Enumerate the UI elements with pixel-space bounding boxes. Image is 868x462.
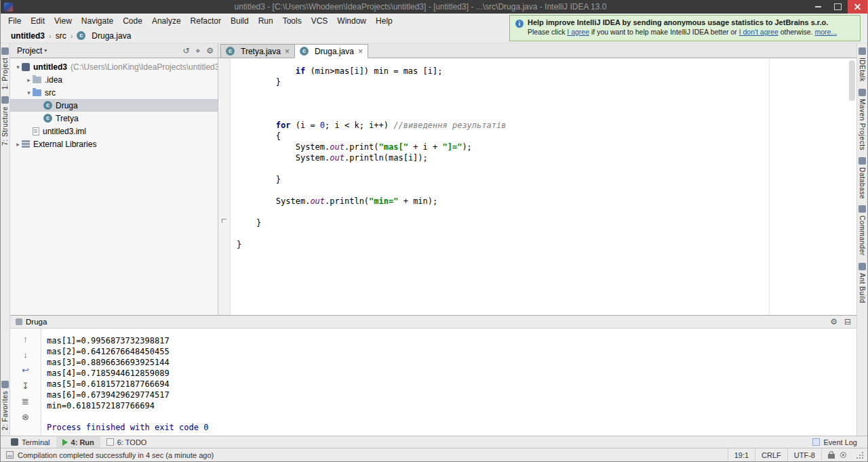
tree-item-idea[interactable]: ▸.idea bbox=[10, 73, 218, 86]
scroll-end-icon[interactable]: ↧ bbox=[18, 379, 33, 392]
encoding-indicator[interactable]: UTF-8 bbox=[787, 448, 821, 461]
menu-item-window[interactable]: Window bbox=[332, 14, 371, 28]
menu-item-build[interactable]: Build bbox=[226, 14, 254, 28]
caret-position[interactable]: 19:1 bbox=[728, 448, 755, 461]
expander-icon[interactable]: ▸ bbox=[25, 77, 33, 83]
menu-item-vcs[interactable]: VCS bbox=[307, 14, 333, 28]
menu-item-refactor[interactable]: Refactor bbox=[186, 14, 226, 28]
code-lines: if (min>mas[i]) min = mas [i]; } for (i … bbox=[218, 58, 848, 315]
console-toolbar: ↑↓↩↧≣⊗ bbox=[10, 329, 41, 436]
project-tree[interactable]: ▾untitled3(C:\Users\LionKing\IdeaProject… bbox=[10, 58, 218, 315]
window-controls bbox=[808, 0, 867, 14]
more-link[interactable]: more... bbox=[814, 28, 837, 36]
breadcrumb-item-untitled3[interactable]: untitled3 bbox=[9, 30, 47, 41]
tool-button-commander[interactable]: Commander bbox=[859, 205, 866, 256]
tool-tab-event-log[interactable]: Event Log bbox=[806, 436, 863, 448]
folder-icon bbox=[33, 77, 41, 83]
menu-item-file[interactable]: File bbox=[3, 14, 26, 28]
tab-druga-java[interactable]: Druga.java× bbox=[294, 44, 368, 58]
tool-button-1-project[interactable]: 1: Project bbox=[1, 47, 9, 89]
close-icon[interactable]: × bbox=[358, 47, 363, 56]
titlebar[interactable]: untitled3 - [C:\Users\Whodeen\IdeaProjec… bbox=[1, 0, 867, 14]
disagree-link[interactable]: I don't agree bbox=[739, 28, 778, 36]
panel-header-row: Project▾ ↺⌖⚙ Tretya.java×Druga.java× bbox=[10, 43, 856, 58]
minimize-button[interactable] bbox=[808, 0, 828, 14]
tree-item-untitled3[interactable]: ▾untitled3(C:\Users\LionKing\IdeaProject… bbox=[10, 60, 218, 73]
nav-up-icon[interactable]: ↑ bbox=[18, 332, 33, 345]
tool-button-2-favorites[interactable]: 2: Favorites bbox=[1, 381, 9, 430]
tool-button-database[interactable]: Database bbox=[859, 157, 866, 199]
menu-item-run[interactable]: Run bbox=[254, 14, 278, 28]
expander-icon[interactable]: ▸ bbox=[14, 141, 22, 148]
soft-wrap-icon[interactable]: ↩ bbox=[18, 363, 33, 377]
menu-item-analyze[interactable]: Analyze bbox=[147, 14, 186, 28]
run-tab-title[interactable]: Druga bbox=[26, 318, 47, 326]
tool-button-idetalk[interactable]: IDEtalk bbox=[859, 47, 866, 82]
locate-icon[interactable]: ⌖ bbox=[195, 47, 200, 55]
tool-button-maven-projects[interactable]: Maven Projects bbox=[859, 89, 866, 150]
resize-grip[interactable] bbox=[855, 450, 865, 460]
breadcrumb-item-src[interactable]: src bbox=[54, 30, 68, 41]
breadcrumb-separator-icon: › bbox=[47, 32, 54, 40]
editor[interactable]: if (min>mas[i]) min = mas [i]; } for (i … bbox=[218, 58, 856, 315]
close-icon[interactable]: × bbox=[285, 47, 290, 56]
editor-scrollbar[interactable] bbox=[848, 58, 856, 315]
console-line: mas[1]=0.9956873732398817 bbox=[47, 335, 856, 346]
sync-icon[interactable]: ↺ bbox=[182, 47, 189, 55]
console-output[interactable]: mas[1]=0.9956873732398817mas[2]=0.641267… bbox=[41, 329, 856, 436]
line-separator-indicator[interactable]: CRLF bbox=[755, 448, 787, 461]
status-message: Compilation completed successfully in 4 … bbox=[18, 451, 214, 459]
center-column: Project▾ ↺⌖⚙ Tretya.java×Druga.java× ▾un… bbox=[10, 43, 856, 436]
print-icon[interactable]: ≣ bbox=[18, 394, 33, 408]
run-config-icon bbox=[16, 318, 22, 325]
tool-tab-6-todo[interactable]: 6: TODO bbox=[100, 436, 153, 448]
menu-item-tools[interactable]: Tools bbox=[278, 14, 307, 28]
hide-panel-icon[interactable]: ⊟ bbox=[844, 318, 851, 326]
menu-item-navigate[interactable]: Navigate bbox=[77, 14, 118, 28]
menu-item-code[interactable]: Code bbox=[118, 14, 147, 28]
hector-icon[interactable] bbox=[840, 452, 846, 458]
database-icon bbox=[859, 157, 866, 165]
run-panel: Druga ⚙⊟ ↑↓↩↧≣⊗ mas[1]=0.995687373239881… bbox=[10, 315, 856, 436]
event-log-icon bbox=[812, 438, 820, 446]
status-right: 19:1 CRLF UTF-8 bbox=[728, 448, 865, 461]
close-button[interactable] bbox=[848, 0, 867, 14]
2-favorites-icon bbox=[1, 381, 9, 388]
right-tool-stripe: IDEtalkMaven ProjectsDatabaseCommanderAn… bbox=[856, 43, 867, 436]
tree-item-tretya[interactable]: Tretya bbox=[10, 112, 218, 125]
console-line: mas[3]=0.8896636693925144 bbox=[47, 357, 856, 368]
tool-window-bar: Terminal4: Run6: TODO Event Log bbox=[1, 436, 867, 448]
bottom-left-tabs: Terminal4: Run6: TODO bbox=[5, 436, 153, 448]
maximize-button[interactable] bbox=[828, 0, 848, 14]
tab-tretya-java[interactable]: Tretya.java× bbox=[220, 44, 295, 58]
tool-button-7-structure[interactable]: 7: Structure bbox=[1, 96, 9, 146]
tree-item-src[interactable]: ▾src bbox=[10, 86, 218, 99]
tree-item-untitled3-iml[interactable]: untitled3.iml bbox=[10, 125, 218, 138]
scrollbar-thumb[interactable] bbox=[849, 60, 855, 101]
tool-button-ant-build[interactable]: Ant Build bbox=[859, 263, 866, 303]
expander-icon[interactable]: ▾ bbox=[14, 64, 22, 70]
notification-title: Help improve IntelliJ IDEA by sending an… bbox=[528, 18, 837, 26]
tool-tab-4-run[interactable]: 4: Run bbox=[56, 436, 100, 448]
tree-item-external-libraries[interactable]: ▸External Libraries bbox=[10, 138, 218, 150]
menu-item-view[interactable]: View bbox=[50, 14, 77, 28]
folder-src-icon bbox=[33, 89, 41, 96]
menu-item-edit[interactable]: Edit bbox=[26, 14, 50, 28]
console-line bbox=[47, 411, 856, 422]
settings-icon[interactable]: ⚙ bbox=[830, 318, 837, 326]
clear-all-icon[interactable]: ⊗ bbox=[18, 410, 33, 423]
nav-down-icon[interactable]: ↓ bbox=[18, 348, 33, 361]
notification-body: Please click I agree if you want to help… bbox=[528, 28, 837, 36]
lock-icon[interactable] bbox=[828, 454, 835, 459]
project-view-dropdown[interactable]: Project▾ bbox=[17, 46, 47, 56]
tree-item-druga[interactable]: Druga bbox=[10, 99, 218, 112]
expander-icon[interactable]: ▾ bbox=[25, 89, 33, 96]
settings-icon[interactable]: ⚙ bbox=[206, 47, 214, 55]
breadcrumb-item-druga-java[interactable]: Druga.java bbox=[75, 30, 133, 41]
1-project-icon bbox=[1, 47, 9, 55]
file-icon bbox=[33, 127, 39, 135]
tool-tab-terminal[interactable]: Terminal bbox=[5, 436, 56, 448]
window-title: untitled3 - [C:\Users\Whodeen\IdeaProjec… bbox=[41, 2, 800, 12]
menu-item-help[interactable]: Help bbox=[371, 14, 397, 28]
agree-link[interactable]: I agree bbox=[567, 28, 589, 36]
